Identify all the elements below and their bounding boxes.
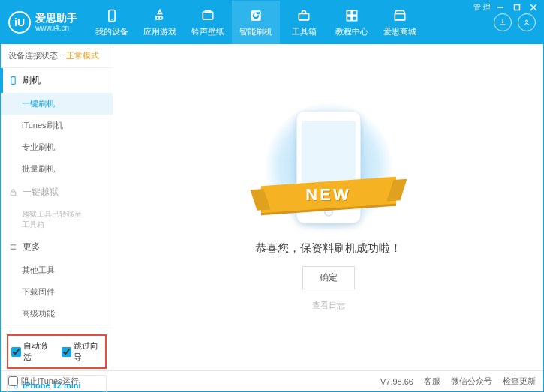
user-button[interactable] bbox=[518, 13, 536, 31]
wechat-link[interactable]: 微信公众号 bbox=[451, 376, 492, 387]
sidebar: 设备连接状态：正常模式 刷机 一键刷机 iTunes刷机 专业刷机 批量刷机 一… bbox=[1, 44, 113, 370]
checkbox-skip-wizard-input[interactable] bbox=[62, 347, 71, 357]
app-window: 管 理 iU 爱思助手 www.i4.cn 我的设备 应用游戏 铃声壁纸 bbox=[0, 0, 544, 392]
window-controls: 管 理 bbox=[473, 2, 540, 13]
close-button[interactable] bbox=[527, 2, 540, 13]
status-label: 设备连接状态： bbox=[8, 51, 66, 60]
download-button[interactable] bbox=[494, 13, 512, 31]
checkbox-auto-activate-input[interactable] bbox=[11, 347, 21, 357]
sidebar-item-batch-flash[interactable]: 批量刷机 bbox=[1, 158, 113, 180]
nav-label: 教程中心 bbox=[335, 26, 368, 37]
brand: iU 爱思助手 www.i4.cn bbox=[1, 1, 88, 44]
svg-rect-1 bbox=[515, 5, 520, 10]
nav-label: 铃声壁纸 bbox=[191, 26, 224, 37]
sidebar-item-download-firmware[interactable]: 下载固件 bbox=[1, 281, 113, 303]
nav-apps-games[interactable]: 应用游戏 bbox=[136, 1, 184, 44]
svg-rect-16 bbox=[11, 77, 15, 85]
block-itunes-label: 阻止iTunes运行 bbox=[21, 376, 79, 387]
checkbox-label: 自动激活 bbox=[23, 340, 53, 363]
store-icon bbox=[392, 8, 407, 23]
nav-smart-flash[interactable]: 智能刷机 bbox=[232, 1, 280, 44]
svg-rect-13 bbox=[353, 16, 357, 20]
new-ribbon: NEW bbox=[261, 181, 396, 208]
nav-toolbox[interactable]: 工具箱 bbox=[280, 1, 328, 44]
ok-button[interactable]: 确定 bbox=[302, 266, 355, 289]
checkbox-auto-activate[interactable]: 自动激活 bbox=[11, 340, 53, 363]
nav-store[interactable]: 爱思商城 bbox=[376, 1, 424, 44]
window-manage-label[interactable]: 管 理 bbox=[473, 2, 491, 13]
svg-rect-11 bbox=[353, 10, 357, 15]
ribbon-text: NEW bbox=[305, 185, 350, 205]
view-log-link[interactable]: 查看日志 bbox=[312, 300, 345, 311]
block-itunes-input[interactable] bbox=[8, 376, 18, 386]
apps-icon bbox=[152, 8, 167, 23]
section-more-header[interactable]: 更多 bbox=[1, 235, 113, 259]
check-update-link[interactable]: 检查更新 bbox=[503, 376, 536, 387]
topbar: iU 爱思助手 www.i4.cn 我的设备 应用游戏 铃声壁纸 智能刷机 bbox=[1, 1, 543, 44]
phone-refresh-icon bbox=[8, 76, 18, 85]
footer: 阻止iTunes运行 V7.98.66 客服 微信公众号 检查更新 bbox=[1, 370, 543, 391]
device-status: 设备连接状态：正常模式 bbox=[1, 44, 113, 68]
grid-icon bbox=[344, 8, 359, 23]
nav-label: 我的设备 bbox=[95, 26, 128, 37]
nav-my-device[interactable]: 我的设备 bbox=[88, 1, 136, 44]
sidebar-item-other-tools[interactable]: 其他工具 bbox=[1, 259, 113, 281]
sidebar-item-advanced[interactable]: 高级功能 bbox=[1, 303, 113, 325]
menu-icon bbox=[8, 242, 18, 252]
toolbox-icon bbox=[296, 8, 311, 23]
svg-point-15 bbox=[526, 20, 528, 22]
block-itunes-checkbox[interactable]: 阻止iTunes运行 bbox=[8, 376, 79, 387]
minimize-button[interactable] bbox=[494, 2, 507, 13]
section-title: 一键越狱 bbox=[23, 186, 59, 199]
jailbreak-note: 越狱工具已转移至 工具箱 bbox=[1, 205, 113, 235]
sidebar-item-itunes-flash[interactable]: iTunes刷机 bbox=[1, 115, 113, 136]
svg-rect-9 bbox=[299, 13, 308, 19]
nav-tutorials[interactable]: 教程中心 bbox=[328, 1, 376, 44]
section-flash-header[interactable]: 刷机 bbox=[1, 68, 113, 93]
app-title: 爱思助手 bbox=[35, 13, 77, 24]
app-subtitle: www.i4.cn bbox=[35, 24, 77, 32]
success-illustration: NEW bbox=[254, 103, 404, 231]
device-icon bbox=[104, 8, 119, 23]
main-nav: 我的设备 应用游戏 铃声壁纸 智能刷机 工具箱 教程中心 bbox=[88, 1, 486, 44]
customer-service-link[interactable]: 客服 bbox=[424, 376, 440, 387]
status-value: 正常模式 bbox=[66, 51, 99, 60]
section-jailbreak-header[interactable]: 一键越狱 bbox=[1, 180, 113, 205]
svg-rect-10 bbox=[347, 10, 351, 15]
section-flash: 刷机 一键刷机 iTunes刷机 专业刷机 批量刷机 bbox=[1, 68, 113, 180]
version-label: V7.98.66 bbox=[380, 377, 413, 386]
sidebar-item-oneclick-flash[interactable]: 一键刷机 bbox=[1, 93, 113, 115]
success-message: 恭喜您，保资料刷机成功啦！ bbox=[255, 241, 401, 256]
refresh-icon bbox=[248, 8, 263, 23]
nav-label: 智能刷机 bbox=[239, 26, 272, 37]
svg-rect-12 bbox=[347, 16, 351, 20]
lock-icon bbox=[8, 187, 18, 197]
section-jailbreak: 一键越狱 越狱工具已转移至 工具箱 bbox=[1, 180, 113, 235]
main-panel: NEW 恭喜您，保资料刷机成功啦！ 确定 查看日志 bbox=[113, 44, 543, 370]
app-logo: iU bbox=[8, 11, 31, 34]
nav-label: 应用游戏 bbox=[143, 26, 176, 37]
svg-rect-17 bbox=[11, 192, 16, 196]
checkbox-label: 跳过向导 bbox=[74, 340, 103, 363]
checkbox-skip-wizard[interactable]: 跳过向导 bbox=[62, 340, 103, 363]
nav-label: 工具箱 bbox=[292, 26, 317, 37]
nav-label: 爱思商城 bbox=[383, 26, 416, 37]
section-title: 更多 bbox=[23, 241, 41, 253]
sidebar-item-pro-flash[interactable]: 专业刷机 bbox=[1, 136, 113, 158]
body: 设备连接状态：正常模式 刷机 一键刷机 iTunes刷机 专业刷机 批量刷机 一… bbox=[1, 44, 543, 370]
highlighted-options: 自动激活 跳过向导 bbox=[7, 334, 107, 369]
folder-icon bbox=[200, 8, 215, 23]
section-more: 更多 其他工具 下载固件 高级功能 bbox=[1, 235, 113, 325]
nav-ringtone-wallpaper[interactable]: 铃声壁纸 bbox=[184, 1, 232, 44]
maximize-button[interactable] bbox=[510, 2, 524, 13]
section-title: 刷机 bbox=[23, 74, 41, 87]
